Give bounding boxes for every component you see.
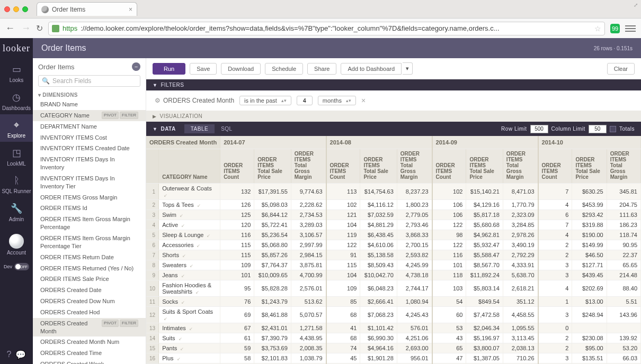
address-bar[interactable]: https ://demo.looker.com/explore/thelook… <box>48 22 605 35</box>
data-cell[interactable]: 4 <box>538 280 572 297</box>
data-cell[interactable]: 121 <box>326 210 360 220</box>
data-cell[interactable]: 111.63 <box>607 210 640 220</box>
data-cell[interactable]: 143.96 <box>607 307 640 323</box>
window-controls[interactable] <box>4 6 28 12</box>
data-cell[interactable]: $5,828.28 <box>254 280 291 297</box>
data-cell[interactable]: $1,243.79 <box>254 297 291 307</box>
fullscreen-icon[interactable]: ⤢ <box>634 2 638 8</box>
data-cell[interactable]: $5,932.47 <box>466 240 503 250</box>
field-item[interactable]: INVENTORY ITEMS Days In Inventory <box>33 154 146 173</box>
data-cell[interactable]: $293.42 <box>572 210 607 220</box>
data-cell[interactable]: 2,792.29 <box>503 250 538 260</box>
data-cell[interactable]: 98 <box>432 230 466 240</box>
data-section-header[interactable]: ▼ DATA TABLE SQL Row Limit Column Limit … <box>146 122 641 136</box>
data-cell[interactable]: 8,237.23 <box>397 184 432 200</box>
row-limit-input[interactable] <box>530 125 548 133</box>
data-cell[interactable]: 513.62 <box>291 297 326 307</box>
download-button[interactable]: Download <box>221 63 261 75</box>
category-cell[interactable]: Outerwear & Coats ↙ <box>159 184 220 200</box>
brand-logo[interactable]: looker <box>0 38 33 58</box>
field-item[interactable]: ORDERS Created Week <box>33 359 146 364</box>
data-cell[interactable]: 60 <box>432 307 466 323</box>
nav-admin[interactable]: 🔧Admin <box>0 197 33 225</box>
data-cell[interactable]: 2,323.09 <box>503 210 538 220</box>
data-cell[interactable]: 2 <box>538 333 572 343</box>
data-cell[interactable]: 2,693.00 <box>397 343 432 353</box>
data-cell[interactable]: $1,901.28 <box>360 353 397 363</box>
category-cell[interactable]: Accessories ↙ <box>159 240 220 250</box>
data-cell[interactable] <box>572 323 607 333</box>
data-cell[interactable]: $2,666.41 <box>360 297 397 307</box>
data-cell[interactable]: $5,068.80 <box>254 240 291 250</box>
pivot-badge[interactable]: PIVOT <box>102 112 119 119</box>
data-cell[interactable]: $248.94 <box>572 307 607 323</box>
data-cell[interactable]: $630.25 <box>572 184 607 200</box>
category-cell[interactable]: Jeans ↙ <box>159 270 220 280</box>
data-cell[interactable]: $127.71 <box>572 260 607 270</box>
data-cell[interactable]: 58 <box>220 353 254 363</box>
data-cell[interactable]: 576.01 <box>397 323 432 333</box>
data-cell[interactable]: 2,997.99 <box>291 240 326 250</box>
data-cell[interactable]: $6,438.45 <box>360 230 397 240</box>
chat-icon[interactable]: 💬 <box>15 350 26 360</box>
data-cell[interactable]: $5,722.41 <box>254 220 291 230</box>
data-cell[interactable]: 122 <box>432 240 466 250</box>
data-cell[interactable]: $2,431.01 <box>254 323 291 333</box>
field-item[interactable]: CATEGORY NamePIVOTFILTER <box>33 110 146 121</box>
data-cell[interactable]: 122 <box>326 240 360 250</box>
data-cell[interactable]: $190.00 <box>572 230 607 240</box>
field-item[interactable]: ORDERS Created Hod <box>33 307 146 318</box>
data-cell[interactable]: 59 <box>220 343 254 353</box>
column-limit-input[interactable] <box>589 125 607 133</box>
data-cell[interactable]: $11,892.24 <box>466 270 503 280</box>
nav-dashboards[interactable]: ◷Dashboards <box>0 86 33 114</box>
filter-op-select[interactable]: is in the past▴▾ <box>239 96 291 105</box>
data-cell[interactable]: 69 <box>220 307 254 323</box>
data-cell[interactable]: 4 <box>538 200 572 210</box>
field-item[interactable]: ORDERS Created Dow Num <box>33 296 146 307</box>
field-item[interactable]: ORDERS Created Date <box>33 285 146 296</box>
data-cell[interactable]: 41 <box>326 323 360 333</box>
data-cell[interactable]: 1,271.58 <box>291 323 326 333</box>
field-item[interactable]: ORDERS Created Month Num <box>33 336 146 348</box>
field-item[interactable]: DEPARTMENT Name <box>33 121 146 132</box>
close-window-icon[interactable] <box>4 6 10 12</box>
data-cell[interactable]: 118.74 <box>607 230 640 240</box>
nav-sqlrunner[interactable]: ᚱSQL Runner <box>0 170 33 197</box>
pivot-badge[interactable]: PIVOT <box>102 320 119 327</box>
data-cell[interactable]: $2,046.34 <box>466 323 503 333</box>
data-cell[interactable]: 1 <box>538 297 572 307</box>
data-cell[interactable]: $13.00 <box>572 297 607 307</box>
data-cell[interactable]: $202.69 <box>572 280 607 297</box>
data-cell[interactable]: 2,700.15 <box>397 240 432 250</box>
data-cell[interactable]: 125 <box>220 210 254 220</box>
totals-checkbox[interactable] <box>610 126 616 132</box>
data-cell[interactable]: 3 <box>538 260 572 270</box>
data-cell[interactable]: $6,844.12 <box>254 210 291 220</box>
data-cell[interactable]: 3,289.03 <box>291 220 326 230</box>
data-cell[interactable]: 2,618.21 <box>503 280 538 297</box>
data-cell[interactable]: $319.88 <box>572 220 607 230</box>
data-cell[interactable]: 3 <box>538 353 572 363</box>
data-cell[interactable]: 1,095.55 <box>503 323 538 333</box>
tab-close-icon[interactable]: × <box>129 6 132 13</box>
data-cell[interactable]: $1,387.05 <box>466 353 503 363</box>
data-cell[interactable]: 9,774.63 <box>291 184 326 200</box>
save-button[interactable]: Save <box>190 63 217 75</box>
data-cell[interactable]: 106 <box>432 200 466 210</box>
gear-icon[interactable]: ⚙ <box>155 97 161 104</box>
add-to-dashboard-button[interactable]: Add to Dashboard <box>341 63 402 75</box>
visualization-section-header[interactable]: ▶ VISUALIZATION <box>146 111 641 122</box>
data-cell[interactable]: 5,638.70 <box>503 270 538 280</box>
field-item[interactable]: INVENTORY ITEMS Created Date <box>33 143 146 154</box>
data-cell[interactable]: 102 <box>432 184 466 200</box>
data-cell[interactable]: $5,857.26 <box>254 250 291 260</box>
data-cell[interactable]: 2,593.82 <box>397 250 432 260</box>
data-cell[interactable]: 2,779.05 <box>397 210 432 220</box>
field-item[interactable]: ORDERS Created Time <box>33 348 146 359</box>
data-cell[interactable]: 2 <box>538 250 572 260</box>
dimensions-group[interactable]: ▾DIMENSIONS <box>33 89 146 99</box>
data-cell[interactable]: $4,116.12 <box>360 200 397 210</box>
data-cell[interactable]: $135.51 <box>572 353 607 363</box>
data-cell[interactable]: 4,251.06 <box>397 333 432 343</box>
